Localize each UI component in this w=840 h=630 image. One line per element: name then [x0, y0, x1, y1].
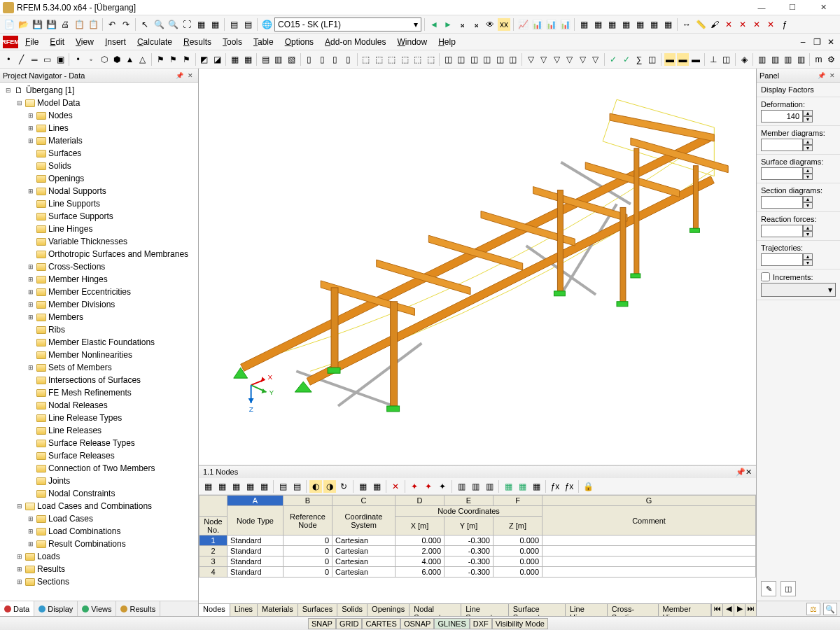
el2-icon[interactable]: ◦: [85, 53, 97, 66]
table-row[interactable]: 4Standard0Cartesian6.000-0.3000.000: [200, 567, 756, 578]
rp-tab-zoom-icon[interactable]: 🔍: [823, 603, 837, 615]
v1-icon[interactable]: ▯: [304, 53, 315, 66]
redo-icon[interactable]: ↷: [120, 18, 132, 31]
tt-4-icon[interactable]: ▦: [244, 480, 256, 493]
tree-item-intersections-of-surfaces[interactable]: Intersections of Surfaces: [1, 374, 197, 386]
tree-item-line-releases[interactable]: Line Releases: [1, 424, 197, 437]
xx-icon[interactable]: 𝄪: [470, 18, 482, 31]
grid7-icon[interactable]: ▦: [662, 18, 674, 31]
menu-view[interactable]: View: [70, 36, 99, 48]
nav-tab-results[interactable]: Results: [116, 601, 160, 616]
mdi-restore-icon[interactable]: ❐: [811, 36, 823, 48]
tree-item-members[interactable]: ⊞Members: [1, 311, 197, 323]
tree-item-cross-sections[interactable]: ⊞Cross-Sections: [1, 260, 197, 273]
snap2-icon[interactable]: ◫: [721, 53, 732, 66]
filt1-icon[interactable]: ▽: [525, 53, 536, 66]
tree-item-fe-mesh-refinements[interactable]: FE Mesh Refinements: [1, 386, 197, 399]
x-red-icon[interactable]: ✕: [722, 18, 735, 31]
el3-icon[interactable]: ⬡: [98, 53, 109, 66]
menu-options[interactable]: Options: [279, 36, 319, 48]
end4-icon[interactable]: ▥: [795, 53, 806, 66]
tt-col2-icon[interactable]: ▥: [469, 480, 482, 493]
table-tab-surfaces[interactable]: Surfaces: [298, 604, 337, 616]
res2-icon[interactable]: ▬: [677, 53, 688, 66]
unit2-icon[interactable]: ⚙: [826, 53, 837, 66]
el4-icon[interactable]: ⬢: [111, 53, 122, 66]
brush-icon[interactable]: 🖌: [708, 18, 721, 31]
table-close-icon[interactable]: ✕: [746, 468, 752, 477]
status-dxf[interactable]: DXF: [470, 618, 492, 629]
nav-prev-icon[interactable]: ◄: [428, 18, 440, 31]
flag2-icon[interactable]: ⚑: [168, 53, 179, 66]
tree-root[interactable]: ⊟🗋Übergang [1]: [1, 84, 197, 97]
flag3-icon[interactable]: ⚑: [181, 53, 192, 66]
increments-combo[interactable]: ▾: [761, 283, 836, 297]
status-grid[interactable]: GRID: [336, 618, 363, 629]
save-icon[interactable]: 💾: [31, 18, 43, 31]
table-nav-arrow[interactable]: ◀: [722, 604, 734, 616]
ruler-icon[interactable]: 📏: [694, 18, 707, 31]
table-icon[interactable]: ▤: [227, 18, 240, 31]
menu-help[interactable]: Help: [433, 36, 461, 48]
layer1-icon[interactable]: ▤: [260, 53, 271, 66]
menu-table[interactable]: Table: [248, 36, 279, 48]
el1-icon[interactable]: •: [72, 53, 83, 66]
tt-6-icon[interactable]: ▤: [276, 480, 289, 493]
increments-checkbox[interactable]: Increments:: [761, 272, 836, 281]
tt-excel2-icon[interactable]: ▦: [516, 480, 528, 493]
sel3-icon[interactable]: ⬚: [386, 53, 397, 66]
tt-7-icon[interactable]: ▤: [290, 480, 303, 493]
tt-3-icon[interactable]: ▦: [230, 480, 242, 493]
open-icon[interactable]: 📂: [17, 18, 29, 31]
tree-item-sets-of-members[interactable]: ⊞Sets of Members: [1, 361, 197, 374]
tt-5-icon[interactable]: ▦: [258, 480, 270, 493]
table-row[interactable]: 3Standard0Cartesian4.000-0.3000.000: [200, 556, 756, 567]
table-nav-arrow[interactable]: ⏮: [711, 604, 722, 616]
table-tab-line-hinges[interactable]: Line Hinges: [566, 604, 608, 616]
status-glines[interactable]: GLINES: [434, 618, 469, 629]
zoomfit-icon[interactable]: 🔍: [167, 18, 179, 31]
tree-item-nodal-releases[interactable]: Nodal Releases: [1, 399, 197, 412]
line-icon[interactable]: ╱: [15, 53, 27, 66]
menu-insert[interactable]: Insert: [99, 36, 132, 48]
menu-calculate[interactable]: Calculate: [132, 36, 178, 48]
solid-icon[interactable]: ▣: [55, 53, 66, 66]
tree-item-member-eccentricities[interactable]: ⊞Member Eccentricities: [1, 286, 197, 298]
tt-excel-icon[interactable]: ▦: [502, 480, 514, 493]
grid6-icon[interactable]: ▦: [648, 18, 660, 31]
snap-icon[interactable]: ⊥: [708, 53, 719, 66]
new-icon[interactable]: 📄: [3, 18, 15, 31]
end1-icon[interactable]: ▥: [756, 53, 767, 66]
graph2-icon[interactable]: 📊: [531, 18, 543, 31]
maximize-button[interactable]: ☐: [778, 1, 806, 15]
tree-item-surfaces[interactable]: Surfaces: [1, 147, 197, 160]
check2-icon[interactable]: ✓: [620, 53, 631, 66]
res1-icon[interactable]: ▬: [664, 53, 676, 66]
rp-pin-icon[interactable]: 📌: [816, 71, 826, 80]
table-tab-openings[interactable]: Openings: [368, 604, 410, 616]
tt-col3-icon[interactable]: ▥: [483, 480, 496, 493]
tree-lc-result-combinations[interactable]: ⊞Result Combinations: [1, 538, 197, 550]
table-tab-nodes[interactable]: Nodes: [199, 604, 230, 616]
member-icon[interactable]: ═: [29, 53, 40, 66]
xxx-icon[interactable]: xx: [498, 18, 510, 31]
cube-d-icon[interactable]: ◫: [482, 53, 493, 66]
tree-item-member-elastic-foundations[interactable]: Member Elastic Foundations: [1, 336, 197, 349]
tt-9-icon[interactable]: ◑: [323, 480, 336, 493]
q-icon[interactable]: ◈: [738, 53, 750, 66]
tree-item-variable-thicknesses[interactable]: Variable Thicknesses: [1, 235, 197, 248]
tree-item-line-supports[interactable]: Line Supports: [1, 197, 197, 210]
table-tab-solids[interactable]: Solids: [337, 604, 368, 616]
grid4-icon[interactable]: ▦: [620, 18, 632, 31]
loadcase-combo[interactable]: CO15 - SK (LF1)▾: [274, 18, 421, 31]
mdi-close-icon[interactable]: ✕: [825, 36, 837, 48]
cube-e-icon[interactable]: ◫: [494, 53, 505, 66]
edit-factor-icon[interactable]: ✎: [761, 581, 776, 596]
tree-sections[interactable]: ⊞Sections: [1, 575, 197, 588]
zoomwin-icon[interactable]: ⛶: [181, 18, 193, 31]
table-nav-arrow[interactable]: ▶: [734, 604, 745, 616]
tree-item-surface-releases[interactable]: Surface Releases: [1, 449, 197, 462]
status-snap[interactable]: SNAP: [308, 618, 336, 629]
tree-loadcases-group[interactable]: ⊟Load Cases and Combinations: [1, 500, 197, 512]
saveall-icon[interactable]: 💾: [45, 18, 57, 31]
